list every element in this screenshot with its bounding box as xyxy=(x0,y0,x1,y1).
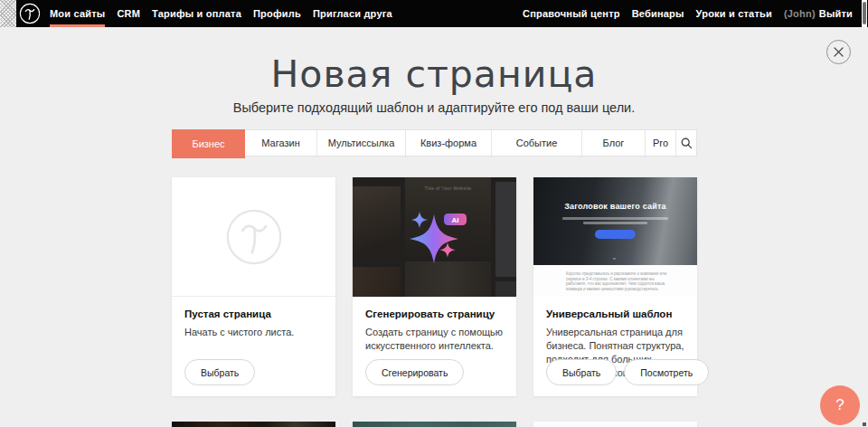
template-body-thumbnail: Коротко представьтесь и расскажите о ком… xyxy=(533,265,697,297)
nav-my-sites[interactable]: Мои сайты xyxy=(50,0,105,27)
help-button[interactable]: ? xyxy=(820,385,860,425)
nav-lessons[interactable]: Уроки и статьи xyxy=(696,0,772,27)
main-nav: Мои сайты CRM Тарифы и оплата Профиль Пр… xyxy=(50,0,392,27)
template-body-text: Коротко представьтесь и расскажите о ком… xyxy=(566,271,672,291)
nav-crm[interactable]: CRM xyxy=(117,0,140,27)
nav-tariffs[interactable]: Тарифы и оплата xyxy=(152,0,241,27)
template-card-universal[interactable]: Заголовок вашего сайта ⌄ Коротко предста… xyxy=(533,177,697,396)
nav-invite-friend[interactable]: Пригласи друга xyxy=(313,0,392,27)
template-hero-button xyxy=(595,230,636,239)
preview-template-button[interactable]: Посмотреть xyxy=(624,359,709,385)
card-body: Универсальный шаблон Универсальная стран… xyxy=(533,297,697,396)
page-title: Новая страница xyxy=(0,52,868,96)
template-category-tabs: Бизнес Магазин Мультиссылка Квиз-форма С… xyxy=(172,129,697,157)
card-description: Создать страницу с помощью искусственног… xyxy=(365,326,504,353)
logout-label: Выйти xyxy=(819,8,853,19)
card-title: Сгенерировать страницу xyxy=(365,308,504,319)
template-hero-subtext-line xyxy=(583,222,647,224)
tilda-logo-icon[interactable] xyxy=(19,3,41,24)
svg-text:AI: AI xyxy=(452,216,459,224)
search-icon xyxy=(681,138,693,149)
choose-blank-button[interactable]: Выбрать xyxy=(184,359,255,385)
page-subtitle: Выберите подходящий шаблон и адаптируйте… xyxy=(0,100,868,115)
template-hero-thumbnail: Заголовок вашего сайта ⌄ xyxy=(533,177,697,265)
ai-badge: AI xyxy=(444,214,467,225)
tab-multilink[interactable]: Мультиссылка xyxy=(317,130,406,156)
nav-webinars[interactable]: Вебинары xyxy=(632,0,684,27)
blank-page-preview xyxy=(172,177,335,297)
card-title: Пустая страница xyxy=(184,308,323,319)
tab-shop[interactable]: Магазин xyxy=(245,130,317,156)
ai-sparkle-icon: AI xyxy=(353,177,516,297)
template-card-blank-page[interactable]: Пустая страница Начать с чистого листа. … xyxy=(172,177,335,396)
nav-help-center[interactable]: Справочный центр xyxy=(523,0,620,27)
nav-profile[interactable]: Профиль xyxy=(253,0,301,27)
card-title: Универсальный шаблон xyxy=(546,308,684,319)
card-body: Сгенерировать страницу Создать страницу … xyxy=(353,297,516,396)
scrollbar-thumb[interactable] xyxy=(863,2,866,24)
tab-quiz-form[interactable]: Квиз-форма xyxy=(406,130,492,156)
template-card-partial[interactable] xyxy=(533,422,697,427)
tab-business[interactable]: Бизнес xyxy=(172,129,245,158)
card-description: Начать с чистого листа. xyxy=(184,326,323,339)
card-body: Пустая страница Начать с чистого листа. … xyxy=(172,297,335,396)
tab-pro[interactable]: Pro xyxy=(646,130,676,156)
template-card-partial[interactable] xyxy=(172,422,335,427)
universal-template-preview: Заголовок вашего сайта ⌄ Коротко предста… xyxy=(533,177,697,297)
user-name: (John) xyxy=(784,8,816,19)
chevron-down-icon: ⌄ xyxy=(611,253,618,261)
tilda-logo-watermark-icon xyxy=(224,207,284,267)
tab-event[interactable]: Событие xyxy=(492,130,582,156)
template-hero-subtext-line xyxy=(562,217,668,220)
template-search-button[interactable] xyxy=(676,130,696,156)
template-card-ai-generate[interactable]: Title of Your Website xyxy=(353,177,516,396)
corner-texture xyxy=(0,0,16,27)
logout-link[interactable]: (John) Выйти xyxy=(784,0,853,27)
generate-button[interactable]: Сгенерировать xyxy=(365,359,464,385)
tab-blog[interactable]: Блог xyxy=(582,130,646,156)
topbar: Мои сайты CRM Тарифы и оплата Профиль Пр… xyxy=(0,0,868,27)
scrollbar-bottom-arrow[interactable] xyxy=(863,422,866,426)
choose-template-button[interactable]: Выбрать xyxy=(546,359,617,385)
secondary-nav: Справочный центр Вебинары Уроки и статьи… xyxy=(523,0,853,27)
template-hero-title: Заголовок вашего сайта xyxy=(533,202,697,211)
template-card-partial[interactable] xyxy=(353,422,516,427)
ai-preview: Title of Your Website xyxy=(353,177,516,297)
